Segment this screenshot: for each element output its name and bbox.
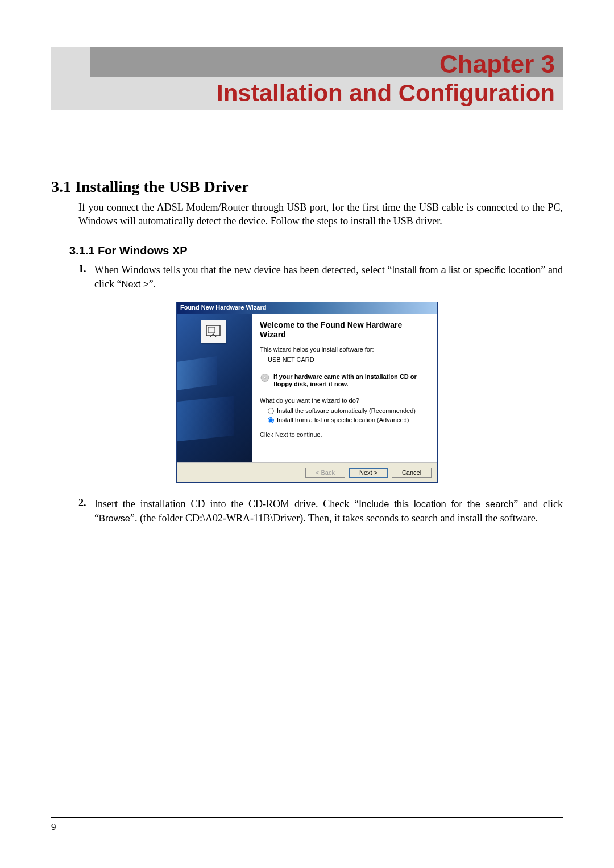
hardware-icon [201,320,226,343]
next-button[interactable]: Next > [349,468,388,478]
wizard-intro-text: This wizard helps you install software f… [260,346,429,353]
section-heading-3-1-1: 3.1.1 For Windows XP [69,244,563,257]
cancel-button[interactable]: Cancel [392,468,432,478]
list-number: 2. [78,497,94,525]
radio-auto-label: Install the software automatically (Reco… [277,407,416,414]
svg-rect-1 [208,327,215,333]
wizard-device-name: USB NET CARD [268,356,429,363]
wizard-click-next-text: Click Next to continue. [260,431,429,438]
radio-auto-input[interactable] [268,408,274,414]
wizard-question: What do you want the wizard to do? [260,397,429,404]
list-item: 2. Insert the installation CD into the C… [78,497,563,525]
wizard-main-panel: Welcome to the Found New Hardware Wizard… [252,314,437,462]
ordered-list: 1. When Windows tells you that the new d… [78,263,563,291]
wizard-heading: Welcome to the Found New Hardware Wizard [260,320,429,340]
chapter-header: Chapter 3 Installation and Configuration [51,47,563,110]
wizard-note: If your hardware came with an installati… [260,373,429,388]
wizard-screenshot: Found New Hardware Wizard Welcome to the… [51,302,563,483]
list-text: When Windows tells you that the new devi… [94,263,563,291]
wizard-note-text: If your hardware came with an installati… [273,373,429,388]
list-number: 1. [78,263,94,291]
radio-install-automatically[interactable]: Install the software automatically (Reco… [268,407,429,414]
radio-install-from-list[interactable]: Install from a list or specific location… [268,416,429,423]
page-footer: 9 [51,817,563,833]
wizard-titlebar: Found New Hardware Wizard [177,302,437,314]
section-heading-3-1: 3.1 Installing the USB Driver [51,178,563,196]
page-number: 9 [51,821,563,833]
back-button[interactable]: < Back [305,468,345,478]
chapter-label: Chapter 3 [439,47,563,77]
list-text: Insert the installation CD into the CD-R… [94,497,563,525]
wizard-footer: < Back Next > Cancel [177,462,437,482]
radio-list-label: Install from a list or specific location… [277,416,409,423]
cd-icon [260,373,270,382]
document-page: Chapter 3 Installation and Configuration… [0,0,614,868]
found-new-hardware-wizard: Found New Hardware Wizard Welcome to the… [176,302,438,483]
chapter-title: Installation and Configuration [217,80,555,106]
ordered-list-continued: 2. Insert the installation CD into the C… [78,497,563,525]
list-item: 1. When Windows tells you that the new d… [78,263,563,291]
footer-rule [51,817,563,818]
wizard-side-graphic [177,314,252,462]
svg-point-3 [264,377,266,379]
radio-list-input[interactable] [268,417,274,423]
section-3-1-intro: If you connect the ADSL Modem/Router thr… [78,201,563,228]
